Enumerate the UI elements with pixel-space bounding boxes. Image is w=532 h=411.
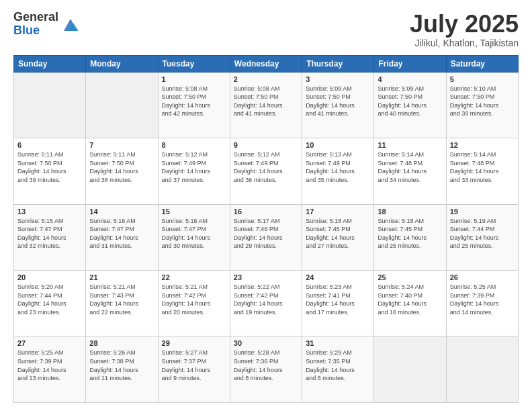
logo-text: General Blue (13, 11, 58, 38)
location: Jilikul, Khatlon, Tajikistan (410, 38, 519, 48)
col-friday: Friday (374, 55, 446, 72)
day-info: Sunrise: 5:11 AM Sunset: 7:50 PM Dayligh… (17, 150, 82, 184)
day-info: Sunrise: 5:18 AM Sunset: 7:45 PM Dayligh… (306, 217, 370, 250)
day-number: 6 (17, 141, 82, 149)
col-tuesday: Tuesday (158, 55, 230, 72)
day-info: Sunrise: 5:14 AM Sunset: 7:48 PM Dayligh… (450, 150, 515, 184)
day-number: 26 (450, 273, 515, 281)
day-number: 19 (450, 208, 515, 216)
day-number: 21 (89, 273, 154, 281)
logo: General Blue (13, 11, 80, 38)
day-info: Sunrise: 5:20 AM Sunset: 7:44 PM Dayligh… (17, 283, 82, 316)
day-info: Sunrise: 5:25 AM Sunset: 7:39 PM Dayligh… (450, 283, 515, 316)
page: General Blue July 2025 Jilikul, Khatlon,… (0, 0, 532, 411)
header: General Blue July 2025 Jilikul, Khatlon,… (13, 11, 519, 48)
day-number: 16 (234, 208, 298, 216)
day-info: Sunrise: 5:17 AM Sunset: 7:46 PM Dayligh… (234, 217, 298, 250)
day-info: Sunrise: 5:14 AM Sunset: 7:48 PM Dayligh… (378, 150, 442, 184)
day-number: 8 (162, 141, 226, 149)
day-info: Sunrise: 5:18 AM Sunset: 7:45 PM Dayligh… (378, 217, 442, 250)
calendar-cell: 25Sunrise: 5:24 AM Sunset: 7:40 PM Dayli… (374, 271, 446, 336)
day-info: Sunrise: 5:21 AM Sunset: 7:43 PM Dayligh… (89, 283, 154, 316)
calendar-cell: 27Sunrise: 5:25 AM Sunset: 7:39 PM Dayli… (14, 336, 86, 403)
week-row-1: 1Sunrise: 5:08 AM Sunset: 7:50 PM Daylig… (14, 72, 519, 138)
day-number: 9 (234, 141, 298, 149)
day-number: 28 (89, 339, 154, 347)
day-number: 4 (378, 75, 442, 83)
day-info: Sunrise: 5:09 AM Sunset: 7:50 PM Dayligh… (306, 85, 370, 118)
day-info: Sunrise: 5:27 AM Sunset: 7:37 PM Dayligh… (162, 349, 226, 382)
calendar-cell: 28Sunrise: 5:26 AM Sunset: 7:38 PM Dayli… (86, 336, 158, 403)
calendar-cell: 26Sunrise: 5:25 AM Sunset: 7:39 PM Dayli… (446, 271, 518, 336)
calendar-cell: 4Sunrise: 5:09 AM Sunset: 7:50 PM Daylig… (374, 72, 446, 138)
calendar-cell: 16Sunrise: 5:17 AM Sunset: 7:46 PM Dayli… (230, 204, 302, 270)
calendar-cell: 11Sunrise: 5:14 AM Sunset: 7:48 PM Dayli… (374, 138, 446, 204)
day-info: Sunrise: 5:22 AM Sunset: 7:42 PM Dayligh… (234, 283, 298, 316)
day-info: Sunrise: 5:26 AM Sunset: 7:38 PM Dayligh… (89, 349, 154, 382)
day-number: 17 (306, 208, 370, 216)
day-number: 29 (162, 339, 226, 347)
calendar-cell: 6Sunrise: 5:11 AM Sunset: 7:50 PM Daylig… (14, 138, 86, 204)
calendar-cell: 14Sunrise: 5:16 AM Sunset: 7:47 PM Dayli… (86, 204, 158, 270)
day-number: 10 (306, 141, 370, 149)
day-info: Sunrise: 5:09 AM Sunset: 7:50 PM Dayligh… (378, 85, 442, 118)
col-saturday: Saturday (446, 55, 518, 72)
day-number: 27 (17, 339, 82, 347)
day-info: Sunrise: 5:25 AM Sunset: 7:39 PM Dayligh… (17, 349, 82, 382)
calendar-cell: 22Sunrise: 5:21 AM Sunset: 7:42 PM Dayli… (158, 271, 230, 336)
calendar-cell: 5Sunrise: 5:10 AM Sunset: 7:50 PM Daylig… (446, 72, 518, 138)
logo-general: General (13, 11, 58, 24)
day-number: 20 (17, 273, 82, 281)
day-number: 2 (234, 75, 298, 83)
calendar-cell (86, 72, 158, 138)
day-number: 30 (234, 339, 298, 347)
day-info: Sunrise: 5:19 AM Sunset: 7:44 PM Dayligh… (450, 217, 515, 250)
col-thursday: Thursday (302, 55, 374, 72)
day-number: 1 (162, 75, 226, 83)
day-info: Sunrise: 5:16 AM Sunset: 7:47 PM Dayligh… (162, 217, 226, 250)
day-number: 11 (378, 141, 442, 149)
day-number: 5 (450, 75, 515, 83)
day-number: 13 (17, 208, 82, 216)
day-info: Sunrise: 5:15 AM Sunset: 7:47 PM Dayligh… (17, 217, 82, 250)
calendar-cell: 9Sunrise: 5:12 AM Sunset: 7:49 PM Daylig… (230, 138, 302, 204)
week-row-5: 27Sunrise: 5:25 AM Sunset: 7:39 PM Dayli… (14, 336, 519, 403)
header-row: Sunday Monday Tuesday Wednesday Thursday… (14, 55, 519, 72)
calendar-cell: 7Sunrise: 5:11 AM Sunset: 7:50 PM Daylig… (86, 138, 158, 204)
calendar-cell (14, 72, 86, 138)
col-wednesday: Wednesday (230, 55, 302, 72)
week-row-3: 13Sunrise: 5:15 AM Sunset: 7:47 PM Dayli… (14, 204, 519, 270)
day-info: Sunrise: 5:08 AM Sunset: 7:50 PM Dayligh… (234, 85, 298, 118)
col-monday: Monday (86, 55, 158, 72)
day-info: Sunrise: 5:16 AM Sunset: 7:47 PM Dayligh… (89, 217, 154, 250)
calendar-cell: 21Sunrise: 5:21 AM Sunset: 7:43 PM Dayli… (86, 271, 158, 336)
logo-blue: Blue (13, 24, 58, 38)
calendar-cell: 17Sunrise: 5:18 AM Sunset: 7:45 PM Dayli… (302, 204, 374, 270)
day-number: 22 (162, 273, 226, 281)
calendar-cell: 30Sunrise: 5:28 AM Sunset: 7:36 PM Dayli… (230, 336, 302, 403)
day-info: Sunrise: 5:24 AM Sunset: 7:40 PM Dayligh… (378, 283, 442, 316)
calendar-table: Sunday Monday Tuesday Wednesday Thursday… (13, 55, 519, 403)
week-row-2: 6Sunrise: 5:11 AM Sunset: 7:50 PM Daylig… (14, 138, 519, 204)
day-number: 25 (378, 273, 442, 281)
day-info: Sunrise: 5:29 AM Sunset: 7:35 PM Dayligh… (306, 349, 370, 382)
day-info: Sunrise: 5:08 AM Sunset: 7:50 PM Dayligh… (162, 85, 226, 118)
day-info: Sunrise: 5:11 AM Sunset: 7:50 PM Dayligh… (89, 150, 154, 184)
day-number: 18 (378, 208, 442, 216)
calendar-cell: 19Sunrise: 5:19 AM Sunset: 7:44 PM Dayli… (446, 204, 518, 270)
calendar-cell: 2Sunrise: 5:08 AM Sunset: 7:50 PM Daylig… (230, 72, 302, 138)
day-info: Sunrise: 5:10 AM Sunset: 7:50 PM Dayligh… (450, 85, 515, 118)
day-number: 14 (89, 208, 154, 216)
calendar-cell: 12Sunrise: 5:14 AM Sunset: 7:48 PM Dayli… (446, 138, 518, 204)
calendar-cell: 20Sunrise: 5:20 AM Sunset: 7:44 PM Dayli… (14, 271, 86, 336)
calendar-cell: 8Sunrise: 5:12 AM Sunset: 7:49 PM Daylig… (158, 138, 230, 204)
calendar-cell: 18Sunrise: 5:18 AM Sunset: 7:45 PM Dayli… (374, 204, 446, 270)
day-info: Sunrise: 5:21 AM Sunset: 7:42 PM Dayligh… (162, 283, 226, 316)
day-number: 3 (306, 75, 370, 83)
day-number: 23 (234, 273, 298, 281)
calendar-cell: 29Sunrise: 5:27 AM Sunset: 7:37 PM Dayli… (158, 336, 230, 403)
calendar-cell: 1Sunrise: 5:08 AM Sunset: 7:50 PM Daylig… (158, 72, 230, 138)
day-info: Sunrise: 5:13 AM Sunset: 7:49 PM Dayligh… (306, 150, 370, 184)
calendar-cell: 31Sunrise: 5:29 AM Sunset: 7:35 PM Dayli… (302, 336, 374, 403)
day-number: 15 (162, 208, 226, 216)
